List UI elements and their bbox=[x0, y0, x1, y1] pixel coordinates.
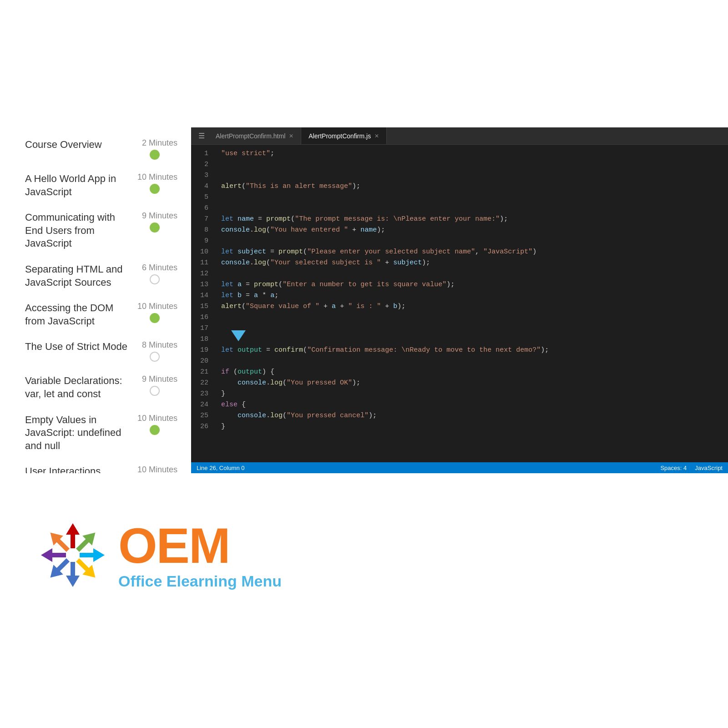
sidebar-item-strict-mode[interactable]: The Use of Strict Mode8 Minutes bbox=[0, 334, 191, 368]
bottom-area: OEM Office Elearning Menu bbox=[0, 473, 728, 628]
sidebar-item-duration-user-interactions: 10 Minutes bbox=[132, 465, 177, 473]
sidebar-item-duration-accessing-dom: 10 Minutes bbox=[132, 302, 177, 311]
active-indicator-variable-declarations bbox=[8, 384, 16, 392]
code-line-5 bbox=[221, 192, 721, 203]
code-line-12 bbox=[221, 268, 721, 279]
active-indicator-empty-values bbox=[8, 429, 16, 437]
sidebar-item-communicating-end-users[interactable]: Communicating with End Users from JavaSc… bbox=[0, 205, 191, 257]
code-line-16 bbox=[221, 312, 721, 323]
sidebar-item-duration-empty-values: 10 Minutes bbox=[132, 414, 177, 423]
code-line-20 bbox=[221, 356, 721, 367]
arrow-indicator bbox=[231, 330, 246, 343]
sidebar-item-meta-separating-html: 6 Minutes bbox=[127, 263, 177, 284]
active-indicator-separating-html bbox=[8, 272, 16, 280]
sidebar-item-duration-strict-mode: 8 Minutes bbox=[132, 340, 177, 350]
code-lines: "use strict"; alert("This is an alert me… bbox=[214, 145, 728, 462]
svg-marker-3 bbox=[66, 523, 80, 548]
sidebar-item-user-interactions[interactable]: User Interactions Using alert, prompt, a… bbox=[0, 459, 191, 473]
status-circle-accessing-dom bbox=[150, 313, 160, 323]
oem-text-area: OEM Office Elearning Menu bbox=[118, 521, 282, 590]
sidebar-item-hello-world[interactable]: A Hello World App in JavaScript10 Minute… bbox=[0, 166, 191, 205]
sidebar-item-meta-variable-declarations: 9 Minutes bbox=[127, 374, 177, 396]
code-line-21: if (output) { bbox=[221, 367, 721, 378]
code-line-6 bbox=[221, 203, 721, 214]
sidebar-item-meta-strict-mode: 8 Minutes bbox=[127, 340, 177, 362]
code-line-17 bbox=[221, 323, 721, 334]
active-indicator-accessing-dom bbox=[8, 311, 16, 319]
svg-marker-7 bbox=[66, 562, 80, 587]
sidebar-item-label-course-overview: Course Overview bbox=[25, 138, 127, 152]
sidebar-item-label-user-interactions: User Interactions Using alert, prompt, a… bbox=[25, 465, 127, 473]
status-circle-hello-world bbox=[150, 184, 160, 194]
tab-js-label: AlertPromptConfirm.js bbox=[308, 132, 371, 140]
sidebar-item-label-communicating-end-users: Communicating with End Users from JavaSc… bbox=[25, 211, 127, 250]
code-line-22: console.log("You pressed OK"); bbox=[221, 378, 721, 389]
code-line-10: let subject = prompt("Please enter your … bbox=[221, 247, 721, 258]
code-line-26: } bbox=[221, 421, 721, 432]
line-numbers: 1234567891011121314151617181920212223242… bbox=[191, 145, 214, 462]
code-content: 1234567891011121314151617181920212223242… bbox=[191, 145, 728, 462]
sidebar-item-meta-course-overview: 2 Minutes bbox=[127, 138, 177, 160]
sidebar-item-accessing-dom[interactable]: Accessing the DOM from JavaScript10 Minu… bbox=[0, 295, 191, 334]
code-line-18 bbox=[221, 334, 721, 345]
code-line-9 bbox=[221, 236, 721, 247]
tab-html[interactable]: AlertPromptConfirm.html ✕ bbox=[208, 127, 301, 144]
sidebar-item-label-strict-mode: The Use of Strict Mode bbox=[25, 340, 127, 354]
code-line-11: console.log("Your selected subject is " … bbox=[221, 258, 721, 268]
status-bar-left: Line 26, Column 0 bbox=[197, 465, 245, 471]
sidebar-toggle-icon[interactable]: ☰ bbox=[195, 131, 208, 140]
tab-js[interactable]: AlertPromptConfirm.js ✕ bbox=[301, 127, 387, 144]
active-indicator-course-overview bbox=[8, 145, 16, 153]
sidebar-item-label-empty-values: Empty Values in JavaScript: undefined an… bbox=[25, 414, 127, 453]
status-circle-separating-html bbox=[150, 274, 160, 284]
sidebar-item-separating-html[interactable]: Separating HTML and JavaScript Sources6 … bbox=[0, 257, 191, 295]
code-line-8: console.log("You have entered " + name); bbox=[221, 225, 721, 236]
sidebar-item-meta-hello-world: 10 Minutes bbox=[127, 172, 177, 194]
code-line-23: } bbox=[221, 389, 721, 399]
sidebar-item-meta-empty-values: 10 Minutes bbox=[127, 414, 177, 435]
active-indicator-hello-world bbox=[8, 182, 16, 190]
sidebar-item-duration-hello-world: 10 Minutes bbox=[132, 172, 177, 182]
oem-tagline: Office Elearning Menu bbox=[118, 572, 282, 590]
sidebar-item-duration-variable-declarations: 9 Minutes bbox=[132, 374, 177, 384]
code-line-3 bbox=[221, 170, 721, 181]
tab-html-label: AlertPromptConfirm.html bbox=[216, 132, 285, 140]
status-circle-empty-values bbox=[150, 425, 160, 435]
active-indicator-communicating-end-users bbox=[8, 227, 16, 235]
status-bar-right: Spaces: 4 JavaScript bbox=[660, 465, 723, 471]
code-line-7: let name = prompt("The prompt message is… bbox=[221, 214, 721, 225]
sidebar-item-empty-values[interactable]: Empty Values in JavaScript: undefined an… bbox=[0, 407, 191, 459]
code-line-1: "use strict"; bbox=[221, 148, 721, 159]
tab-html-close[interactable]: ✕ bbox=[289, 133, 293, 139]
code-line-25: console.log("You pressed cancel"); bbox=[221, 410, 721, 421]
sidebar-item-label-accessing-dom: Accessing the DOM from JavaScript bbox=[25, 302, 127, 328]
svg-marker-1 bbox=[41, 548, 66, 562]
code-line-2 bbox=[221, 159, 721, 170]
tab-js-close[interactable]: ✕ bbox=[374, 133, 379, 139]
sidebar-item-duration-course-overview: 2 Minutes bbox=[132, 138, 177, 148]
oem-logo: OEM Office Elearning Menu bbox=[27, 510, 701, 601]
code-line-13: let a = prompt("Enter a number to get it… bbox=[221, 279, 721, 290]
sidebar-item-variable-declarations[interactable]: Variable Declarations: var, let and cons… bbox=[0, 368, 191, 407]
svg-marker-5 bbox=[80, 548, 105, 562]
status-circle-variable-declarations bbox=[150, 386, 160, 396]
code-line-15: alert("Square value of " + a + " is : " … bbox=[221, 301, 721, 312]
status-circle-course-overview bbox=[150, 150, 160, 160]
editor-tabs: ☰ AlertPromptConfirm.html ✕ AlertPromptC… bbox=[191, 127, 728, 145]
status-circle-communicating-end-users bbox=[150, 222, 160, 233]
code-line-4: alert("This is an alert message"); bbox=[221, 181, 721, 192]
sidebar-item-duration-communicating-end-users: 9 Minutes bbox=[132, 211, 177, 221]
code-editor: ☰ AlertPromptConfirm.html ✕ AlertPromptC… bbox=[191, 127, 728, 473]
sidebar-item-meta-accessing-dom: 10 Minutes bbox=[127, 302, 177, 323]
code-line-14: let b = a * a; bbox=[221, 290, 721, 301]
code-line-24: else { bbox=[221, 399, 721, 410]
sidebar-item-course-overview[interactable]: Course Overview2 Minutes bbox=[0, 132, 191, 166]
sidebar-item-meta-communicating-end-users: 9 Minutes bbox=[127, 211, 177, 233]
sidebar: Course Overview2 MinutesA Hello World Ap… bbox=[0, 127, 191, 473]
status-bar: Line 26, Column 0 Spaces: 4 JavaScript bbox=[191, 462, 728, 473]
oem-arrows-icon bbox=[27, 510, 118, 601]
code-line-19: let output = confirm("Confirmation messa… bbox=[221, 345, 721, 356]
sidebar-item-label-separating-html: Separating HTML and JavaScript Sources bbox=[25, 263, 127, 289]
active-indicator-strict-mode bbox=[8, 347, 16, 355]
sidebar-item-duration-separating-html: 6 Minutes bbox=[132, 263, 177, 273]
